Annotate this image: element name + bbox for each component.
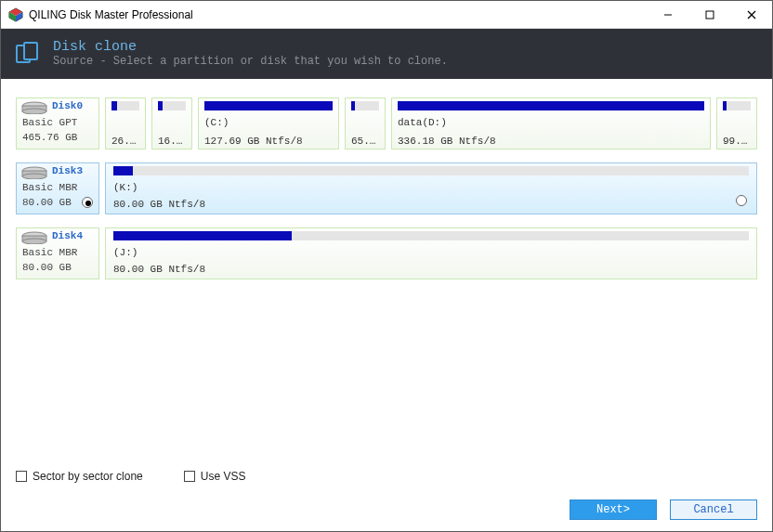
- partition[interactable]: 99...: [716, 97, 757, 149]
- button-bar: Next> Cancel: [1, 492, 772, 531]
- next-button[interactable]: Next>: [570, 500, 657, 520]
- partition-d[interactable]: data(D:) 336.18 GB Ntfs/8: [391, 97, 711, 149]
- disk-name: Disk3: [52, 165, 83, 176]
- disk-size: 465.76 GB: [22, 132, 77, 143]
- partition-label: (K:): [113, 182, 749, 193]
- hdd-icon: [20, 101, 48, 114]
- checkbox-icon: [16, 471, 27, 482]
- partition-info: 127.69 GB Ntfs/8: [204, 136, 333, 147]
- partition-label: (C:): [204, 117, 333, 128]
- disk-name: Disk4: [52, 230, 83, 241]
- window-title: QILING Disk Master Professional: [29, 8, 647, 21]
- disk-size: 80.00 GB: [22, 197, 72, 208]
- partition-info: 99...: [723, 136, 751, 147]
- app-window: QILING Disk Master Professional Disk clo…: [0, 0, 773, 532]
- disk-radio-selected[interactable]: [82, 197, 93, 208]
- disk-type: Basic GPT: [22, 117, 77, 128]
- disk-name: Disk0: [52, 100, 83, 111]
- checkbox-label: Use VSS: [201, 470, 246, 483]
- close-button[interactable]: [730, 1, 772, 28]
- minimize-button[interactable]: [647, 1, 688, 28]
- page-header: Disk clone Source - Select a partition o…: [1, 29, 772, 79]
- partition-info: 336.18 GB Ntfs/8: [398, 136, 704, 147]
- disk-row-disk0[interactable]: Disk0 Basic GPT 465.76 GB 26... 16... (C: [16, 97, 757, 149]
- svg-point-15: [22, 174, 46, 179]
- partition-label: (J:): [113, 247, 749, 258]
- partition-label: data(D:): [398, 117, 704, 128]
- disk-clone-icon: [14, 41, 40, 67]
- sector-by-sector-checkbox[interactable]: Sector by sector clone: [16, 470, 143, 483]
- disk-row-disk4[interactable]: Disk4 Basic MBR 80.00 GB (J:) 80.00 GB N…: [16, 227, 757, 279]
- cancel-button[interactable]: Cancel: [670, 500, 757, 520]
- svg-point-12: [22, 109, 46, 114]
- partition[interactable]: 65...: [345, 97, 386, 149]
- partition-info: 65...: [351, 136, 379, 147]
- disk-card-disk4[interactable]: Disk4 Basic MBR 80.00 GB: [16, 227, 99, 279]
- partition-j[interactable]: (J:) 80.00 GB Ntfs/8: [105, 227, 757, 279]
- partition-info: 80.00 GB Ntfs/8: [113, 199, 749, 210]
- clone-options: Sector by sector clone Use VSS: [1, 464, 772, 492]
- partition-info: 26...: [111, 136, 139, 147]
- checkbox-label: Sector by sector clone: [33, 470, 143, 483]
- disk-row-disk3[interactable]: Disk3 Basic MBR 80.00 GB (K:) 80.00 GB N…: [16, 162, 757, 214]
- use-vss-checkbox[interactable]: Use VSS: [184, 470, 246, 483]
- disk-card-disk3[interactable]: Disk3 Basic MBR 80.00 GB: [16, 162, 99, 214]
- titlebar: QILING Disk Master Professional: [1, 1, 772, 29]
- checkbox-icon: [184, 471, 195, 482]
- partition-k[interactable]: (K:) 80.00 GB Ntfs/8: [105, 162, 757, 214]
- partition[interactable]: 26...: [105, 97, 146, 149]
- maximize-button[interactable]: [688, 1, 730, 28]
- partition-strip: 26... 16... (C:) 127.69 GB Ntfs/8 65...: [105, 97, 757, 149]
- disk-type: Basic MBR: [22, 182, 77, 193]
- svg-point-18: [22, 239, 46, 244]
- hdd-icon: [20, 231, 48, 244]
- svg-rect-9: [24, 43, 37, 59]
- svg-rect-5: [706, 11, 714, 19]
- disk-type: Basic MBR: [22, 247, 77, 258]
- disk-size: 80.00 GB: [22, 262, 72, 273]
- window-buttons: [647, 1, 772, 28]
- page-subtitle: Source - Select a partition or disk that…: [53, 55, 448, 68]
- partition-info: 16...: [158, 136, 186, 147]
- hdd-icon: [20, 166, 48, 179]
- page-title: Disk clone: [53, 40, 448, 56]
- disk-list: Disk0 Basic GPT 465.76 GB 26... 16... (C: [1, 79, 772, 464]
- partition-radio[interactable]: [736, 195, 747, 206]
- partition-c[interactable]: (C:) 127.69 GB Ntfs/8: [198, 97, 339, 149]
- app-logo-icon: [8, 7, 23, 22]
- partition-info: 80.00 GB Ntfs/8: [113, 264, 749, 275]
- partition[interactable]: 16...: [151, 97, 192, 149]
- disk-card-disk0[interactable]: Disk0 Basic GPT 465.76 GB: [16, 97, 99, 149]
